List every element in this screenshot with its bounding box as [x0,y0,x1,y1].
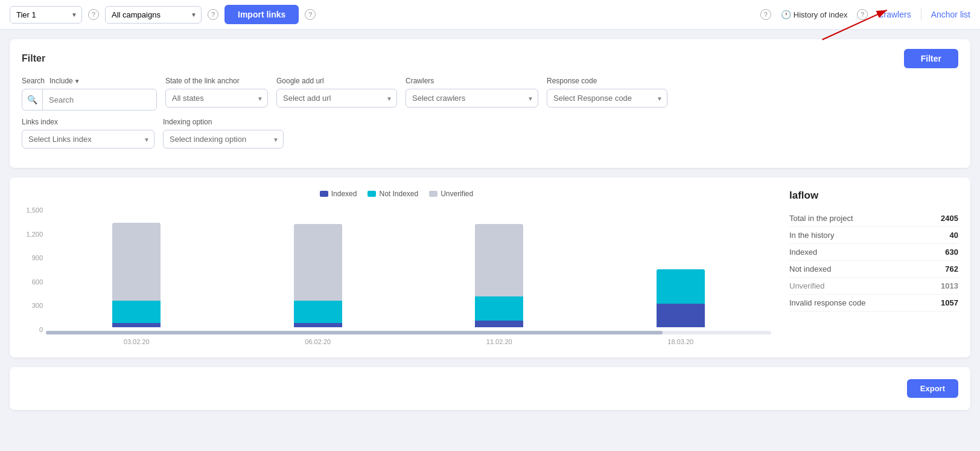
state-label: State of the link anchor [165,77,268,85]
x-label: 18.03.20 [667,338,693,345]
unverified-segment [294,224,342,301]
indexed-legend-label: Indexed [331,190,357,198]
not-indexed-segment [657,269,705,304]
not-indexed-legend-dot [368,191,376,197]
not-indexed-segment [475,296,523,321]
anchor-list-link[interactable]: Anchor list [931,10,970,19]
chart-legend: Indexed Not Indexed Unverified [22,190,771,198]
response-code-label: Response code [547,77,667,85]
stat-value: 762 [945,264,958,273]
bar-stack [294,224,342,327]
crawlers-link[interactable]: Crawlers [877,10,911,19]
include-label: Include [49,77,73,85]
x-label: 06.02.20 [305,338,331,345]
search-label: Search [22,77,45,85]
stat-value: 1057 [941,298,958,307]
indexed-segment [112,323,161,327]
x-label: 03.02.20 [124,338,150,345]
state-select[interactable]: All states [165,89,268,107]
unverified-legend-dot [429,191,438,197]
state-select-wrapper[interactable]: All states ▼ [165,89,268,107]
top-bar-right: ? 🕐 History of index ? Crawlers Anchor l… [760,8,970,21]
chart-scrollbar-thumb[interactable] [46,331,663,334]
import-links-button[interactable]: Import links [224,5,299,24]
unverified-segment [475,224,523,296]
search-input[interactable] [43,92,156,108]
y-label-900: 900 [22,254,43,261]
indexed-segment [294,323,342,327]
google-url-select[interactable]: Select add url [276,89,397,107]
crawlers-help-icon[interactable]: ? [857,9,868,20]
links-index-group: Links index Select Links index ▼ [22,118,154,149]
y-axis-labels: 0 300 600 900 1,200 1,500 [22,206,43,333]
campaign-select-wrapper[interactable]: All campaigns ▼ [105,6,202,24]
bar-chart: 0 300 600 900 1,200 1,500 03.02.2006.02.… [22,206,771,345]
x-axis-labels: 03.02.2006.02.2011.02.2018.03.20 [46,338,771,345]
x-label: 11.02.20 [486,338,512,345]
indexed-segment [475,321,523,327]
tier-help-icon[interactable]: ? [88,9,99,20]
indexed-legend-dot [320,191,328,197]
filter-header: Filter Filter [22,49,958,68]
include-control[interactable]: Include ▼ [49,77,80,85]
google-url-select-wrapper[interactable]: Select add url ▼ [276,89,397,107]
legend-indexed: Indexed [320,190,357,198]
y-label-0: 0 [22,326,43,333]
bar-stack [112,223,161,327]
stat-row-total_project: Total in the project2405 [789,210,958,227]
clock-icon: 🕐 [781,10,791,19]
history-of-index-link[interactable]: 🕐 History of index [781,10,848,19]
stat-value: 40 [950,231,958,240]
unverified-legend-label: Unverified [441,190,473,198]
indexing-option-select-wrapper[interactable]: Select indexing option ▼ [163,130,284,149]
links-index-select-wrapper[interactable]: Select Links index ▼ [22,130,154,149]
campaign-help-icon[interactable]: ? [208,9,218,20]
stat-row-in_history: In the history40 [789,227,958,244]
search-icon: 🔍 [22,89,43,110]
chart-card: Indexed Not Indexed Unverified 0 300 600 [10,178,970,357]
search-group: Search Include ▼ 🔍 [22,77,157,110]
unverified-segment [112,223,161,301]
response-code-select[interactable]: Select Response code [547,89,667,107]
search-input-wrapper[interactable]: 🔍 [22,89,157,110]
bar-group [234,224,403,327]
history-label: History of index [794,10,848,19]
filter-button[interactable]: Filter [904,49,958,68]
y-label-1500: 1,500 [22,206,43,214]
bar-group [52,223,221,327]
stat-label: Invalid response code [789,298,865,307]
bar-stack [475,224,523,327]
stat-row-indexed: Indexed630 [789,244,958,261]
bar-stack [657,269,705,327]
legend-unverified: Unverified [429,190,473,198]
links-index-select[interactable]: Select Links index [22,130,154,149]
not-indexed-segment [294,301,342,323]
crawlers-select-wrapper[interactable]: Select crawlers ▼ [406,89,538,107]
crawlers-select[interactable]: Select crawlers [406,89,538,107]
campaign-select[interactable]: All campaigns [105,6,202,24]
tier-select[interactable]: Tier 1 Tier 2 Tier 3 [10,6,82,24]
bottom-card: Export [10,367,970,410]
import-help-icon[interactable]: ? [305,9,316,20]
chart-scrollbar-track[interactable] [46,331,771,334]
bar-group [415,224,584,327]
y-label-600: 600 [22,278,43,286]
stat-value: 630 [945,248,958,257]
top-bar: Tier 1 Tier 2 Tier 3 ▼ ? All campaigns ▼… [0,0,980,30]
tier-select-wrapper[interactable]: Tier 1 Tier 2 Tier 3 ▼ [10,6,82,24]
history-help-icon[interactable]: ? [760,9,771,20]
export-button[interactable]: Export [907,379,958,398]
indexed-segment [657,304,705,327]
stat-value: 2405 [941,214,958,223]
response-code-select-wrapper[interactable]: Select Response code ▼ [547,89,667,107]
stat-label: Total in the project [789,214,853,223]
google-url-label: Google add url [276,77,397,85]
indexing-option-select[interactable]: Select indexing option [163,130,284,149]
stat-label: Not indexed [789,264,831,273]
main-content: Filter Filter Search Include ▼ 🔍 [0,30,980,420]
stat-row-not_indexed: Not indexed762 [789,261,958,278]
filter-row-2: Links index Select Links index ▼ Indexin… [22,118,958,149]
stat-value: 1013 [941,281,958,290]
not-indexed-segment [112,301,161,323]
filter-title: Filter [22,53,45,64]
